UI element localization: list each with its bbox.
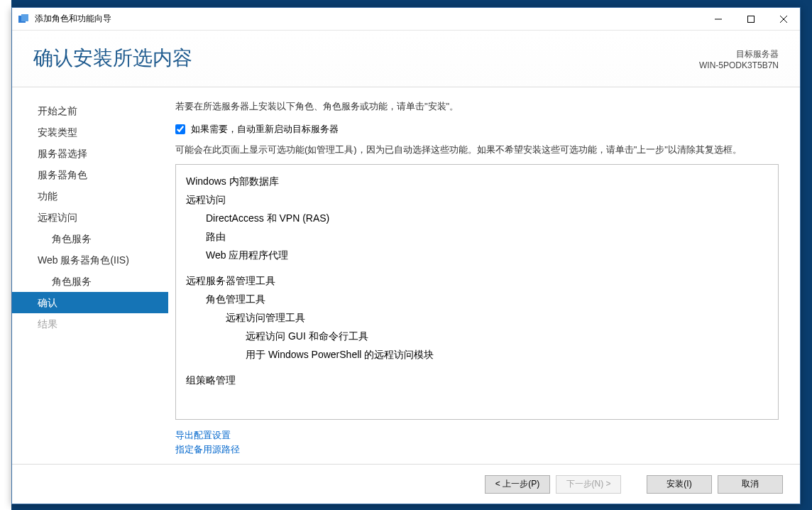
content-area: 若要在所选服务器上安装以下角色、角色服务或功能，请单击"安装"。 如果需要，自动… (168, 87, 800, 464)
list-item: 远程访问管理工具 (186, 308, 774, 327)
background-left-strip (0, 0, 11, 510)
cancel-button[interactable]: 取消 (718, 475, 783, 494)
maximize-button[interactable] (735, 8, 767, 31)
instruction-text: 若要在所选服务器上安装以下角色、角色服务或功能，请单击"安装"。 (175, 100, 779, 113)
list-item: 远程访问 GUI 和命令行工具 (186, 327, 774, 345)
list-item: Web 应用程序代理 (186, 246, 774, 264)
list-item: 组策略管理 (186, 371, 774, 389)
app-icon (16, 12, 31, 26)
body-area: 开始之前安装类型服务器选择服务器角色功能远程访问角色服务Web 服务器角色(II… (12, 87, 800, 464)
list-item: DirectAccess 和 VPN (RAS) (186, 209, 774, 227)
sidebar-item-10: 结果 (12, 313, 168, 335)
svg-rect-3 (748, 16, 755, 22)
auto-restart-checkbox[interactable] (175, 124, 185, 134)
sidebar-item-6[interactable]: 角色服务 (12, 228, 168, 249)
header-area: 确认安装所选内容 目标服务器 WIN-5PODK3T5B7N (12, 31, 800, 87)
target-server-value: WIN-5PODK3T5B7N (699, 60, 779, 70)
footer: < 上一步(P) 下一步(N) > 安装(I) 取消 (12, 464, 800, 504)
list-item: 角色管理工具 (186, 290, 774, 308)
list-item: Windows 内部数据库 (186, 172, 774, 190)
list-item: 远程访问 (186, 190, 774, 209)
auto-restart-label[interactable]: 如果需要，自动重新启动目标服务器 (191, 123, 339, 136)
title-bar[interactable]: 添加角色和功能向导 (12, 8, 800, 31)
sidebar-item-3[interactable]: 服务器角色 (12, 164, 168, 185)
export-config-link[interactable]: 导出配置设置 (175, 428, 779, 443)
sidebar: 开始之前安装类型服务器选择服务器角色功能远程访问角色服务Web 服务器角色(II… (12, 87, 168, 464)
target-server-label: 目标服务器 (699, 48, 779, 60)
page-title: 确认安装所选内容 (33, 45, 192, 72)
sidebar-item-1[interactable]: 安装类型 (12, 121, 168, 143)
previous-button[interactable]: < 上一步(P) (485, 475, 550, 494)
install-button[interactable]: 安装(I) (647, 475, 712, 494)
list-item: 用于 Windows PowerShell 的远程访问模块 (186, 345, 774, 364)
alt-source-link[interactable]: 指定备用源路径 (175, 443, 779, 457)
close-button[interactable] (767, 8, 800, 31)
next-button: 下一步(N) > (556, 475, 621, 494)
sidebar-item-4[interactable]: 功能 (12, 185, 168, 207)
auto-restart-row: 如果需要，自动重新启动目标服务器 (175, 123, 779, 136)
selection-list[interactable]: Windows 内部数据库远程访问DirectAccess 和 VPN (RAS… (175, 164, 779, 420)
wizard-window: 添加角色和功能向导 确认安装所选内容 目标服务器 WIN-5PODK3T5B7N… (11, 7, 801, 504)
list-item: 路由 (186, 227, 774, 246)
minimize-button[interactable] (702, 8, 735, 31)
sidebar-item-8[interactable]: 角色服务 (12, 271, 168, 292)
window-title: 添加角色和功能向导 (35, 13, 111, 25)
sidebar-item-0[interactable]: 开始之前 (12, 100, 168, 121)
sidebar-item-2[interactable]: 服务器选择 (12, 143, 168, 164)
sidebar-item-9[interactable]: 确认 (12, 292, 168, 313)
sidebar-item-7[interactable]: Web 服务器角色(IIS) (12, 249, 168, 271)
links-area: 导出配置设置 指定备用源路径 (175, 428, 779, 457)
optional-note: 可能会在此页面上显示可选功能(如管理工具)，因为已自动选择这些功能。如果不希望安… (175, 143, 779, 157)
svg-rect-1 (21, 14, 28, 21)
target-server-box: 目标服务器 WIN-5PODK3T5B7N (699, 48, 779, 70)
sidebar-item-5[interactable]: 远程访问 (12, 207, 168, 228)
list-item: 远程服务器管理工具 (186, 271, 774, 290)
